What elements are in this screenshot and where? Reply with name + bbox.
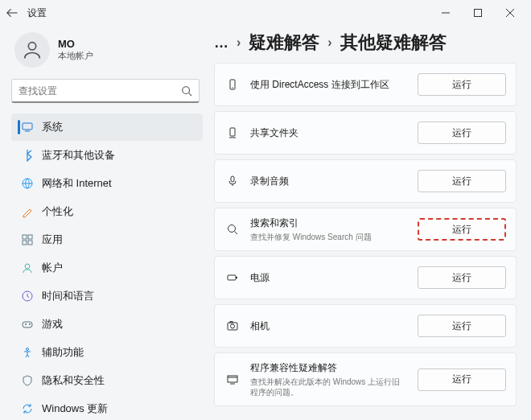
nav-item-label: 个性化 <box>42 204 73 219</box>
nav-item-network[interactable]: 网络和 Internet <box>11 170 203 197</box>
nav-item-system[interactable]: 系统 <box>11 113 203 141</box>
run-button[interactable]: 运行 <box>418 218 506 241</box>
troubleshooter-title: 录制音频 <box>250 175 408 188</box>
mic-icon <box>224 173 241 189</box>
run-button[interactable]: 运行 <box>418 170 506 192</box>
nav-item-label: 游戏 <box>42 317 63 331</box>
search-box[interactable] <box>11 79 200 103</box>
nav-item-label: Windows 更新 <box>42 401 108 416</box>
run-button[interactable]: 运行 <box>418 121 506 144</box>
svg-rect-31 <box>228 376 237 382</box>
troubleshooter-item: 使用 DirectAccess 连接到工作区运行 <box>214 63 517 106</box>
svg-point-3 <box>183 86 190 93</box>
run-button[interactable]: 运行 <box>418 315 506 337</box>
camera-icon <box>224 318 241 334</box>
troubleshooter-item: 电源运行 <box>214 256 517 299</box>
troubleshooter-item: 录制音频运行 <box>214 159 517 203</box>
svg-rect-26 <box>228 275 236 280</box>
nav-item-bluetooth[interactable]: 蓝牙和其他设备 <box>11 142 203 169</box>
troubleshooter-item: 程序兼容性疑难解答查找并解决在此版本的 Windows 上运行旧程序的问题。运行 <box>214 352 517 406</box>
privacy-icon <box>21 374 34 387</box>
chevron-right-icon: › <box>327 35 331 50</box>
nav-item-label: 应用 <box>42 233 63 247</box>
svg-line-4 <box>189 93 192 96</box>
svg-point-2 <box>28 43 35 50</box>
svg-rect-28 <box>228 323 237 330</box>
run-button[interactable]: 运行 <box>418 73 506 96</box>
svg-rect-5 <box>23 123 32 130</box>
update-icon <box>21 402 34 415</box>
troubleshooter-title: 电源 <box>250 271 408 285</box>
direct-icon <box>224 76 241 93</box>
troubleshooter-item: 搜索和索引查找并修复 Windows Search 问题运行 <box>214 208 517 251</box>
nav-item-accessibility[interactable]: 辅助功能 <box>11 339 203 366</box>
troubleshooter-title: 程序兼容性疑难解答 <box>250 361 408 375</box>
svg-point-12 <box>25 264 30 269</box>
time-icon <box>21 290 34 303</box>
nav-item-privacy[interactable]: 隐私和安全性 <box>11 367 203 394</box>
troubleshooter-list: 使用 DirectAccess 连接到工作区运行共享文件夹运行录制音频运行搜索和… <box>214 63 517 414</box>
breadcrumb: … › 疑难解答 › 其他疑难解答 <box>214 31 517 55</box>
nav-item-label: 系统 <box>42 120 63 134</box>
breadcrumb-more-icon[interactable]: … <box>214 35 228 51</box>
nav-item-label: 网络和 Internet <box>42 176 112 191</box>
personalization-icon <box>21 205 34 218</box>
chevron-right-icon: › <box>237 35 241 50</box>
troubleshooter-title: 共享文件夹 <box>250 126 408 140</box>
nav-list: 系统蓝牙和其他设备网络和 Internet个性化应用帐户时间和语言游戏辅助功能隐… <box>6 113 208 420</box>
nav-item-personalization[interactable]: 个性化 <box>11 198 203 225</box>
troubleshooter-item: 相机运行 <box>214 304 517 348</box>
search-icon <box>224 221 241 237</box>
maximize-button[interactable] <box>462 2 494 24</box>
profile-subtitle: 本地帐户 <box>58 50 93 62</box>
close-button[interactable] <box>494 2 526 24</box>
run-button[interactable]: 运行 <box>418 266 506 289</box>
nav-item-label: 蓝牙和其他设备 <box>42 148 115 163</box>
svg-rect-8 <box>23 235 27 239</box>
nav-item-label: 帐户 <box>42 261 63 275</box>
svg-rect-14 <box>23 322 32 327</box>
svg-rect-11 <box>28 241 32 245</box>
troubleshooter-title: 搜索和索引 <box>250 216 408 230</box>
battery-icon <box>224 270 241 286</box>
share-icon <box>224 125 241 141</box>
nav-item-apps[interactable]: 应用 <box>11 226 203 253</box>
svg-point-29 <box>231 324 235 328</box>
run-button[interactable]: 运行 <box>418 369 506 391</box>
troubleshooter-title: 使用 DirectAccess 连接到工作区 <box>250 78 408 92</box>
svg-rect-1 <box>475 10 482 17</box>
accessibility-icon <box>21 346 34 359</box>
gaming-icon <box>21 318 34 331</box>
svg-rect-27 <box>236 277 237 278</box>
search-input[interactable] <box>19 85 181 97</box>
nav-item-gaming[interactable]: 游戏 <box>11 311 203 338</box>
nav-item-label: 时间和语言 <box>42 289 94 303</box>
svg-point-17 <box>29 323 31 325</box>
nav-item-label: 辅助功能 <box>42 345 84 360</box>
avatar <box>14 32 50 68</box>
window-title: 设置 <box>27 6 47 20</box>
svg-point-18 <box>27 348 29 351</box>
profile-name: MO <box>58 38 93 50</box>
nav-item-accounts[interactable]: 帐户 <box>11 254 203 282</box>
bluetooth-icon <box>21 149 34 162</box>
nav-item-update[interactable]: Windows 更新 <box>11 395 203 420</box>
svg-rect-21 <box>230 128 235 136</box>
back-button[interactable] <box>5 6 19 20</box>
svg-point-20 <box>232 87 233 88</box>
svg-line-25 <box>235 232 238 235</box>
breadcrumb-level2: 其他疑难解答 <box>340 31 447 55</box>
breadcrumb-level1[interactable]: 疑难解答 <box>249 31 319 55</box>
network-icon <box>21 177 34 190</box>
profile-block[interactable]: MO 本地帐户 <box>6 26 208 79</box>
svg-rect-23 <box>231 176 234 182</box>
nav-item-label: 隐私和安全性 <box>42 373 105 388</box>
accounts-icon <box>21 261 34 274</box>
nav-item-time[interactable]: 时间和语言 <box>11 282 203 310</box>
compat-icon <box>224 372 241 388</box>
troubleshooter-subtitle: 查找并解决在此版本的 Windows 上运行旧程序的问题。 <box>250 377 408 397</box>
apps-icon <box>21 233 34 246</box>
troubleshooter-subtitle: 查找并修复 Windows Search 问题 <box>250 232 408 242</box>
search-icon <box>181 85 192 97</box>
minimize-button[interactable] <box>430 2 462 24</box>
